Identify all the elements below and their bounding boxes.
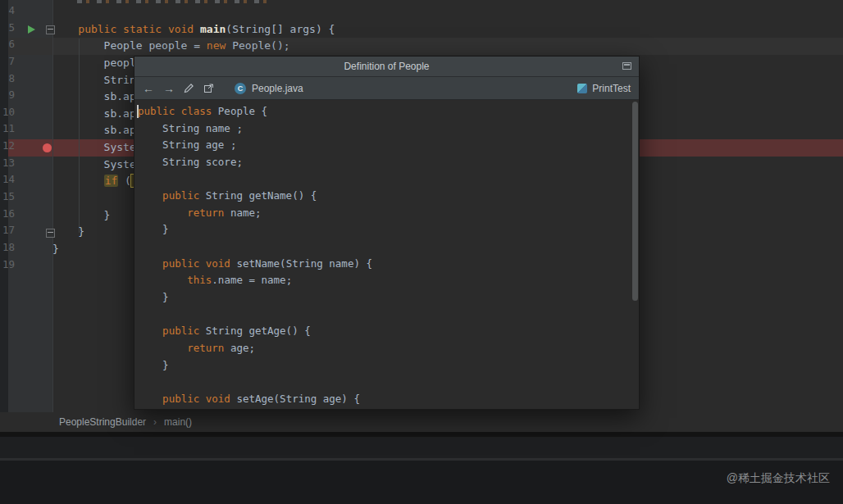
popup-scrollbar-thumb[interactable] — [632, 102, 638, 301]
module-icon — [577, 84, 587, 93]
code-line — [138, 374, 372, 391]
line-number: 4 — [0, 4, 15, 21]
line-number: 5 — [0, 21, 15, 39]
line-number: 12 — [0, 139, 15, 157]
line-number: 18 — [0, 241, 15, 258]
gutter-numbers: 45678910111213141516171819 — [0, 4, 15, 275]
code-line: public String getAge() { — [138, 323, 372, 340]
code-line: String age ; — [138, 137, 372, 154]
code-line: return name; — [138, 205, 372, 222]
quick-definition-popup: Definition of People ← → C People.java P… — [134, 56, 640, 410]
line-number: 13 — [0, 157, 15, 174]
code-line: People people = new People(); — [52, 38, 335, 55]
breadcrumb: PeopleStringBuilder › main() — [0, 412, 843, 432]
open-in-window-icon[interactable] — [622, 62, 631, 70]
fold-icon[interactable] — [46, 25, 55, 34]
breadcrumb-method[interactable]: main() — [164, 416, 192, 428]
code-line: String name ; — [138, 120, 372, 138]
bottom-panel — [0, 437, 843, 458]
code-line: } — [138, 289, 372, 306]
popup-toolbar: ← → C People.java PrintTest — [134, 77, 639, 100]
line-number: 14 — [0, 173, 15, 190]
line-number: 19 — [0, 258, 15, 275]
class-icon: C — [235, 83, 246, 94]
line-number: 7 — [0, 55, 15, 72]
popup-title: Definition of People — [344, 61, 429, 72]
code-line: public void setAge(String age) { — [138, 391, 372, 408]
watermark: @稀土掘金技术社区 — [727, 471, 830, 486]
fold-icon[interactable] — [46, 229, 55, 238]
forward-icon[interactable]: → — [163, 83, 175, 94]
line-number: 9 — [0, 89, 15, 106]
line-number: 15 — [0, 190, 15, 207]
chevron-right-icon: › — [153, 416, 157, 428]
code-line: } — [138, 357, 372, 375]
ide-window: 45678910111213141516171819 public static… — [0, 0, 843, 504]
code-line: this.name = name; — [138, 272, 372, 289]
bottom-bar: @稀土掘金技术社区 — [0, 461, 843, 504]
popup-title-bar[interactable]: Definition of People — [134, 57, 639, 77]
code-line: public String getName() { — [138, 188, 372, 205]
code-line: public void setName(String name) { — [138, 256, 372, 273]
code-line — [138, 171, 372, 188]
line-number: 10 — [0, 106, 15, 123]
line-number: 11 — [0, 122, 15, 139]
code-line: return age; — [138, 340, 372, 357]
line-number: 16 — [0, 207, 15, 225]
open-in-editor-icon[interactable] — [203, 83, 214, 93]
code-line: } — [138, 221, 372, 238]
edit-source-icon[interactable] — [184, 83, 194, 93]
popup-code: public class People { String name ; Stri… — [138, 103, 372, 408]
code-line: public static void main(String[] args) { — [52, 21, 335, 39]
code-line: public class People { — [138, 103, 372, 120]
line-number: 8 — [0, 72, 15, 89]
code-line: String score; — [138, 154, 372, 171]
breadcrumb-class[interactable]: PeopleStringBuilder — [59, 416, 146, 428]
back-icon[interactable]: ← — [143, 83, 154, 94]
module-name: PrintTest — [592, 83, 631, 94]
code-line — [52, 4, 335, 21]
code-line — [138, 238, 372, 256]
popup-file-name: People.java — [252, 83, 303, 94]
run-arrow-icon[interactable] — [28, 25, 35, 34]
popup-content[interactable]: public class People { String name ; Stri… — [134, 100, 639, 409]
line-number: 17 — [0, 224, 15, 241]
breakpoint-icon[interactable] — [43, 143, 52, 152]
code-line — [138, 306, 372, 324]
line-number: 6 — [0, 38, 15, 55]
editor-gutter[interactable] — [8, 0, 52, 412]
clipped-code-line — [77, 0, 272, 3]
